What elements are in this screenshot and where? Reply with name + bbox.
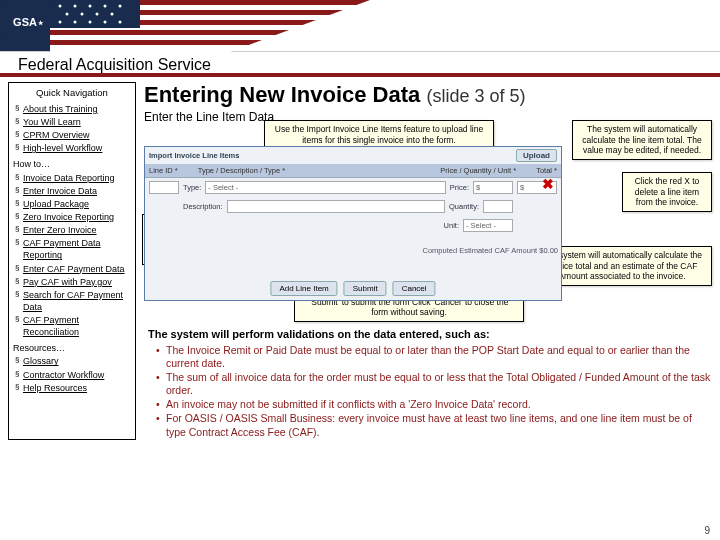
- svg-point-18: [89, 21, 92, 24]
- col-type: Type / Description / Type *: [198, 166, 285, 175]
- svg-point-19: [104, 21, 107, 24]
- nav-link[interactable]: CAF Payment Reconciliation: [23, 315, 79, 337]
- invoice-line-panel: Import Invoice Line Items Upload Line ID…: [144, 146, 562, 301]
- submit-button[interactable]: Submit: [344, 281, 387, 296]
- page-title: Entering New Invoice Data (slide 3 of 5): [144, 82, 712, 108]
- cancel-button[interactable]: Cancel: [393, 281, 436, 296]
- col-total: Total *: [536, 166, 557, 175]
- nav-res-list: Glossary Contractor Workflow Help Resour…: [13, 355, 131, 393]
- annotated-screenshot: Use the Import Invoice Line Items featur…: [144, 126, 712, 326]
- nav-link[interactable]: You Will Learn: [23, 117, 81, 127]
- svg-point-15: [111, 13, 114, 16]
- estimate-text: Computed Estimated CAF Amount $0.00: [423, 246, 559, 255]
- svg-point-10: [104, 5, 107, 8]
- delete-x-icon[interactable]: ✖: [542, 176, 554, 192]
- flag-image: [50, 0, 370, 52]
- validation-item: The Invoice Remit or Paid Date must be e…: [156, 344, 712, 370]
- svg-point-20: [119, 21, 122, 24]
- service-title: Federal Acquisition Service: [18, 56, 211, 73]
- type-select[interactable]: - Select -: [205, 181, 445, 194]
- nav-link[interactable]: Enter CAF Payment Data: [23, 264, 125, 274]
- svg-point-11: [119, 5, 122, 8]
- svg-rect-4: [50, 30, 370, 35]
- gsa-logo-text: GSA: [13, 16, 37, 28]
- svg-point-17: [74, 21, 77, 24]
- col-price: Price / Quantity / Unit *: [440, 166, 516, 175]
- quick-nav-sidebar: Quick Navigation About this Training You…: [8, 82, 136, 440]
- header-banner: GSA★: [0, 0, 720, 52]
- validation-item: An invoice may not be submitted if it co…: [156, 398, 712, 411]
- nav-link[interactable]: Enter Zero Invoice: [23, 225, 97, 235]
- desc-input[interactable]: [227, 200, 445, 213]
- page-number: 9: [704, 525, 710, 536]
- callout-delete-x: Click the red X to delete a line item fr…: [622, 172, 712, 212]
- nav-link[interactable]: CPRM Overview: [23, 130, 90, 140]
- col-lineid: Line ID *: [149, 166, 178, 175]
- lbl-unit: Unit:: [444, 221, 459, 230]
- panel-buttons: Add Line Item Submit Cancel: [270, 281, 435, 296]
- nav-link[interactable]: Invoice Data Reporting: [23, 173, 115, 183]
- nav-top-list: About this Training You Will Learn CPRM …: [13, 103, 131, 155]
- nav-link[interactable]: About this Training: [23, 104, 98, 114]
- title-bar: [0, 73, 720, 77]
- price-input[interactable]: $: [473, 181, 513, 194]
- svg-point-9: [89, 5, 92, 8]
- star-icon: ★: [38, 19, 43, 26]
- svg-point-7: [59, 5, 62, 8]
- nav-link[interactable]: CAF Payment Data Reporting: [23, 238, 101, 260]
- panel-header-row: Line ID * Type / Description / Type * Pr…: [145, 164, 561, 178]
- unit-select[interactable]: - Select -: [463, 219, 513, 232]
- svg-rect-6: [50, 0, 140, 28]
- upload-button[interactable]: Upload: [516, 149, 557, 162]
- service-title-row: Federal Acquisition Service: [0, 52, 720, 74]
- validation-item: The sum of all invoice data for the orde…: [156, 371, 712, 397]
- lbl-price: Price:: [450, 183, 469, 192]
- nav-howto-label: How to…: [13, 158, 131, 170]
- svg-rect-5: [50, 40, 370, 45]
- add-line-button[interactable]: Add Line Item: [270, 281, 337, 296]
- panel-title: Import Invoice Line Items: [149, 151, 239, 160]
- nav-res-label: Resources…: [13, 342, 131, 354]
- validation-item: For OASIS / OASIS Small Business: every …: [156, 412, 712, 438]
- nav-link[interactable]: Upload Package: [23, 199, 89, 209]
- nav-link[interactable]: High-level Workflow: [23, 143, 102, 153]
- gsa-logo: GSA★: [6, 4, 50, 40]
- svg-point-14: [96, 13, 99, 16]
- nav-link[interactable]: Help Resources: [23, 383, 87, 393]
- callout-import: Use the Import Invoice Line Items featur…: [264, 120, 494, 149]
- nav-heading: Quick Navigation: [13, 87, 131, 100]
- lbl-qty: Quantity:: [449, 202, 479, 211]
- svg-point-13: [81, 13, 84, 16]
- main-content: Entering New Invoice Data (slide 3 of 5)…: [144, 82, 712, 440]
- svg-point-8: [74, 5, 77, 8]
- nav-link[interactable]: Contractor Workflow: [23, 370, 104, 380]
- slide-indicator: (slide 3 of 5): [426, 86, 525, 106]
- lineid-input[interactable]: [149, 181, 179, 194]
- svg-point-16: [59, 21, 62, 24]
- qty-input[interactable]: [483, 200, 513, 213]
- nav-link[interactable]: Pay CAF with Pay.gov: [23, 277, 112, 287]
- nav-howto-list: Invoice Data Reporting Enter Invoice Dat…: [13, 172, 131, 339]
- nav-link[interactable]: Zero Invoice Reporting: [23, 212, 114, 222]
- svg-point-12: [66, 13, 69, 16]
- page-title-text: Entering New Invoice Data: [144, 82, 420, 107]
- callout-total-edit: The system will automatically calculate …: [572, 120, 712, 160]
- lbl-desc: Description:: [183, 202, 223, 211]
- validations-block: The system will perform validations on t…: [144, 326, 712, 439]
- nav-link[interactable]: Search for CAF Payment Data: [23, 290, 123, 312]
- validations-lead: The system will perform validations on t…: [148, 328, 490, 340]
- nav-link[interactable]: Enter Invoice Data: [23, 186, 97, 196]
- lbl-type: Type:: [183, 183, 201, 192]
- nav-link[interactable]: Glossary: [23, 356, 59, 366]
